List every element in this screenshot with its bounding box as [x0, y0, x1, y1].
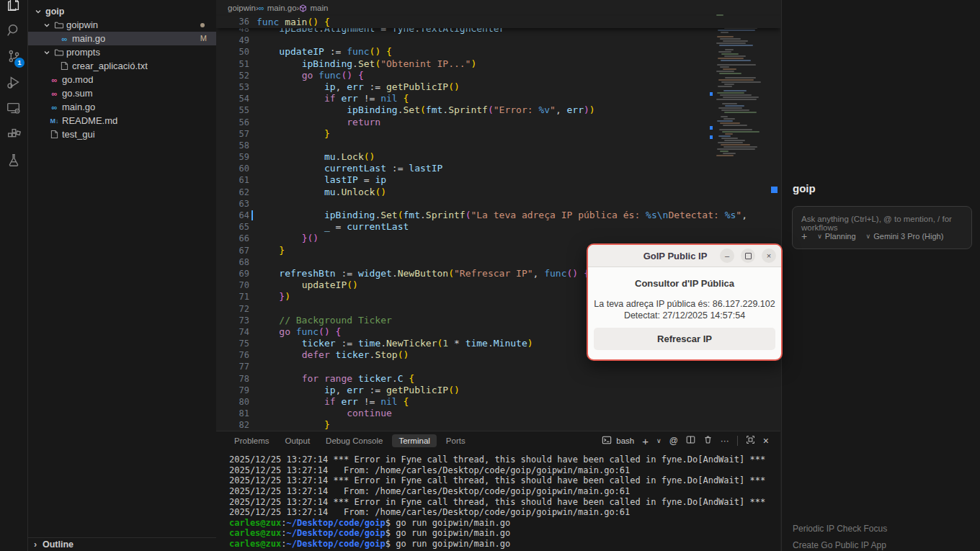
code-line-63[interactable]: 63 — [216, 198, 728, 210]
chat-input[interactable]: Ask anything (Ctrl+L), @ to mention, / f… — [792, 206, 972, 249]
panel-tab-terminal[interactable]: Terminal — [392, 434, 436, 447]
code-line-51[interactable]: 51 ipBinding.Set("Obtenint IP...") — [216, 58, 728, 70]
code-line-80[interactable]: 80 if err != nil { — [216, 396, 728, 408]
code-line-56[interactable]: 56 return — [216, 117, 728, 128]
code-line-78[interactable]: 78 for range ticker.C { — [216, 373, 728, 385]
symbol-method-icon — [299, 4, 307, 12]
line-number: 54 — [216, 93, 257, 104]
code-text: return — [257, 117, 380, 128]
ip-result-line: La teva adreça IP pública és: 86.127.229… — [588, 298, 781, 310]
activity-item-testing[interactable] — [0, 147, 27, 173]
ai-chat-panel: goip Ask anything (Ctrl+L), @ to mention… — [781, 0, 980, 551]
new-terminal-button[interactable]: + — [642, 435, 649, 447]
breadcrumb-item-main-go[interactable]: ∞main.go — [259, 4, 297, 12]
line-number: 73 — [216, 315, 257, 326]
tree-item-go-sum[interactable]: ∞go.sum — [28, 86, 216, 100]
tree-item-main-go[interactable]: ∞main.goM — [28, 32, 216, 45]
terminal-line: 2025/12/25 13:27:14 *** Error in Fyne ca… — [229, 454, 777, 465]
refresh-ip-button[interactable]: Refrescar IP — [594, 328, 775, 350]
text-cursor — [251, 210, 253, 220]
code-text: go func() { — [257, 70, 364, 81]
terminal-line: 2025/12/25 13:27:14 *** Error in Fyne ca… — [229, 497, 777, 508]
activity-item-extensions[interactable] — [0, 121, 27, 147]
code-line-57[interactable]: 57 } — [216, 128, 728, 140]
panel-tab-problems[interactable]: Problems — [228, 434, 276, 447]
activity-item-run-debug[interactable] — [0, 69, 27, 95]
tree-item-goipwin[interactable]: goipwin — [28, 18, 216, 32]
tree-item-goip[interactable]: goip — [28, 4, 216, 18]
close-button[interactable]: × — [762, 248, 776, 263]
remote-icon — [6, 100, 22, 116]
tree-item-test-gui[interactable]: test_gui — [28, 127, 216, 141]
activity-item-search[interactable] — [0, 17, 27, 43]
chat-history-item[interactable]: Periodic IP Check Focus — [793, 524, 887, 534]
code-line-82[interactable]: 82 } — [216, 419, 728, 431]
code-line-61[interactable]: 61 lastIP = ip — [216, 174, 728, 186]
breadcrumb-item-main[interactable]: main — [299, 4, 328, 12]
more-actions-icon[interactable]: ··· — [721, 436, 729, 446]
code-line-49[interactable]: 49 — [216, 35, 728, 46]
tree-item-label: prompts — [66, 47, 100, 58]
code-line-58[interactable]: 58 — [216, 140, 728, 151]
code-text: ipBinding.Set(fmt.Sprintf("La teva adreç… — [257, 210, 747, 221]
maximize-button[interactable] — [741, 248, 755, 263]
panel-tab-output[interactable]: Output — [279, 434, 317, 447]
activity-item-files[interactable] — [0, 0, 27, 17]
code-line-53[interactable]: 53 ip, err := getPublicIP() — [216, 81, 728, 93]
split-terminal-icon[interactable] — [686, 435, 695, 447]
code-line-77[interactable]: 77 — [216, 361, 728, 372]
kill-terminal-icon[interactable] — [703, 435, 713, 447]
code-line-81[interactable]: 81 continue — [216, 408, 728, 419]
code-line-64[interactable]: 64 ipBinding.Set(fmt.Sprintf("La teva ad… — [216, 210, 728, 221]
line-number: 64 — [216, 210, 257, 221]
code-line-54[interactable]: 54 if err != nil { — [216, 93, 728, 104]
code-line-36[interactable]: 36func main() { — [216, 16, 330, 28]
code-editor[interactable]: goipwin›∞main.go›main 48 ipLabel.Alignme… — [216, 0, 780, 431]
line-number: 79 — [216, 385, 257, 396]
code-text: if err != nil { — [257, 396, 409, 408]
model-selector[interactable]: ∨ Gemini 3 Pro (High) — [866, 232, 944, 241]
code-text: } — [257, 419, 330, 431]
code-line-79[interactable]: 79 ip, err := getPublicIP() — [216, 385, 728, 396]
code-line-50[interactable]: 50 updateIP := func() { — [216, 46, 728, 58]
code-line-55[interactable]: 55 ipBinding.Set(fmt.Sprintf("Error: %v"… — [216, 104, 728, 116]
line-number: 70 — [216, 279, 257, 291]
code-area[interactable]: 48 ipLabel.Alignment = fyne.TextAlignCen… — [216, 16, 728, 431]
activity-item-source-control[interactable]: 1 — [0, 43, 27, 69]
chat-history-item[interactable]: Create Go Public IP App — [793, 540, 886, 550]
model-label: Gemini 3 Pro (High) — [873, 232, 943, 241]
attach-button[interactable]: + — [801, 230, 807, 242]
sticky-scroll-line[interactable]: 36func main() { — [216, 16, 780, 28]
breadcrumb-label: main — [310, 4, 328, 12]
code-line-65[interactable]: 65 _ = currentLast — [216, 221, 728, 233]
panel-tab-debug-console[interactable]: Debug Console — [319, 434, 389, 447]
line-number: 62 — [216, 187, 257, 198]
code-line-59[interactable]: 59 mu.Lock() — [216, 151, 728, 163]
scm-count-badge: 1 — [14, 58, 24, 68]
dialog-titlebar[interactable]: GoIP Public IP – × — [588, 245, 781, 267]
tree-item-prompts[interactable]: prompts — [28, 45, 216, 59]
mode-selector[interactable]: ∨ Planning — [817, 232, 855, 241]
breadcrumb-item-goipwin[interactable]: goipwin — [228, 4, 256, 12]
tree-item-readme-md[interactable]: M↓README.md — [28, 114, 216, 127]
at-mention-icon[interactable]: @ — [669, 436, 678, 446]
panel-tab-ports[interactable]: Ports — [440, 434, 472, 447]
code-line-52[interactable]: 52 go func() { — [216, 70, 728, 81]
close-panel-icon[interactable]: × — [763, 435, 769, 447]
code-line-62[interactable]: 62 mu.Unlock() — [216, 187, 728, 198]
chat-title: goip — [793, 182, 816, 194]
tree-item-crear-aplicaci-txt[interactable]: crear_aplicació.txt — [28, 59, 216, 73]
terminal-line: carles@zux:~/Desktop/code/goip$ go run g… — [229, 539, 777, 550]
code-line-60[interactable]: 60 currentLast := lastIP — [216, 163, 728, 174]
maximize-panel-icon[interactable] — [746, 435, 755, 447]
activity-item-remote[interactable] — [0, 95, 27, 121]
detected-time-line: Detectat: 27/12/2025 14:57:54 — [588, 310, 781, 321]
terminal-output[interactable]: 2025/12/25 13:27:14 *** Error in Fyne ca… — [229, 454, 777, 550]
mode-label: Planning — [825, 232, 856, 241]
outline-section[interactable]: › Outline — [28, 537, 216, 551]
tree-item-go-mod[interactable]: ∞go.mod — [28, 73, 216, 86]
terminal-dropdown-chevron[interactable]: ∨ — [656, 437, 662, 444]
activity-bar: 1 — [0, 0, 28, 551]
minimize-button[interactable]: – — [720, 248, 734, 263]
tree-item-main-go[interactable]: ∞main.go — [28, 100, 216, 114]
